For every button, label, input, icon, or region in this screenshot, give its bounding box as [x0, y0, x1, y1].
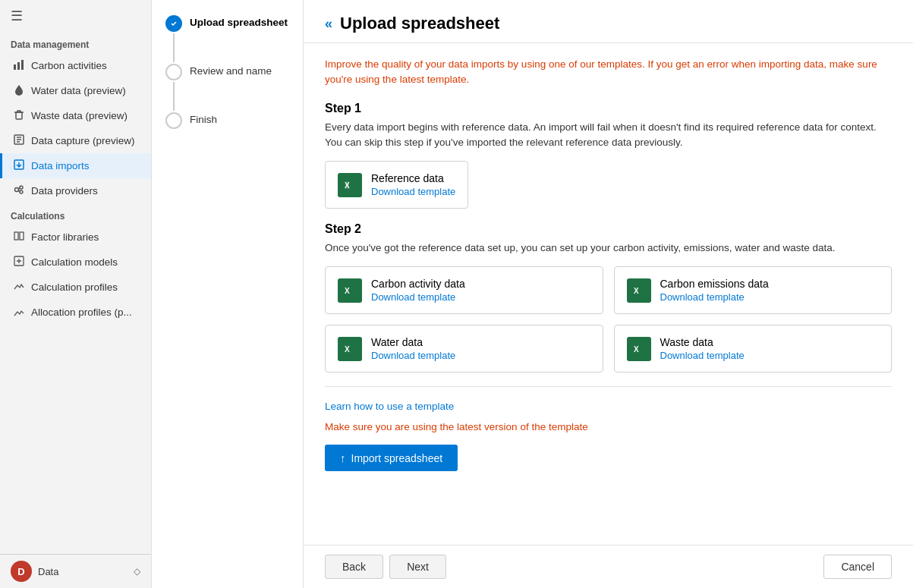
svg-text:X: X [345, 181, 350, 190]
sidebar-bottom-label: Data [38, 566, 58, 577]
step1-section: Step 1 Every data import begins with ref… [325, 102, 892, 209]
cancel-button[interactable]: Cancel [823, 555, 892, 579]
main-header: « Upload spreadsheet [304, 0, 913, 43]
carbon-activity-name: Carbon activity data [371, 278, 465, 290]
sidebar-item-data-capture[interactable]: Data capture (preview) [0, 128, 151, 153]
svg-rect-1 [17, 62, 20, 70]
excel-icon-waste: X [627, 337, 651, 361]
wizard-panel: Upload spreadsheet Review and name Finis… [152, 0, 304, 588]
sidebar-item-carbon-activities-label: Carbon activities [31, 60, 107, 71]
sidebar-item-data-providers[interactable]: Data providers [0, 178, 151, 203]
main-footer: Back Next Cancel [304, 545, 913, 588]
divider [325, 386, 892, 387]
sidebar-item-factor-libraries[interactable]: Factor libraries [0, 225, 151, 250]
reference-data-card-text: Reference data Download template [371, 172, 455, 197]
step1-description: Every data import begins with reference … [325, 120, 892, 151]
carbon-activities-icon [13, 58, 25, 73]
sidebar-item-data-imports-label: Data imports [31, 160, 90, 171]
reference-data-download-link[interactable]: Download template [371, 186, 455, 197]
water-data-icon [13, 83, 25, 98]
step2-cards: X Carbon activity data Download template… [325, 266, 892, 373]
sidebar-bottom-user[interactable]: D Data ◇ [0, 554, 151, 588]
sidebar-item-water-data-label: Water data (preview) [31, 85, 126, 96]
learn-link[interactable]: Learn how to use a template [325, 401, 892, 412]
waste-data-download-link[interactable]: Download template [660, 350, 745, 361]
wizard-circle-review [165, 64, 182, 80]
wizard-line-1 [173, 33, 175, 62]
step2-description: Once you've got the reference data set u… [325, 241, 892, 256]
wizard-step-finish: Finish [165, 112, 289, 129]
sidebar-item-data-providers-label: Data providers [31, 185, 98, 197]
sidebar-item-calculation-models[interactable]: Calculation models [0, 250, 151, 275]
factor-libraries-icon [13, 230, 25, 244]
reference-data-name: Reference data [371, 172, 455, 184]
avatar: D [11, 561, 32, 582]
svg-point-6 [15, 188, 19, 192]
svg-point-7 [20, 186, 23, 189]
water-data-download-link[interactable]: Download template [371, 350, 455, 361]
reference-data-card[interactable]: X Reference data Download template [325, 161, 468, 209]
carbon-emissions-card[interactable]: X Carbon emissions data Download templat… [614, 266, 893, 314]
calculation-models-icon [13, 255, 25, 269]
excel-icon-carbon-activity: X [338, 278, 362, 303]
main-content: « Upload spreadsheet Improve the quality… [304, 0, 913, 588]
version-warning: Make sure you are using the latest versi… [325, 421, 892, 432]
calculations-label: Calculations [0, 203, 151, 225]
svg-rect-2 [21, 60, 24, 70]
sidebar-item-calculation-profiles[interactable]: Calculation profiles [0, 275, 151, 300]
carbon-activity-card[interactable]: X Carbon activity data Download template [325, 266, 603, 314]
svg-text:X: X [345, 287, 350, 295]
carbon-activity-download-link[interactable]: Download template [371, 291, 465, 303]
calculation-profiles-icon [13, 280, 25, 294]
back-button[interactable]: Back [325, 555, 383, 579]
back-arrow-icon[interactable]: « [325, 16, 332, 32]
excel-icon-reference: X [338, 173, 362, 197]
svg-rect-3 [16, 112, 22, 119]
svg-rect-9 [14, 232, 18, 240]
import-spreadsheet-button[interactable]: ↑ Import spreadsheet [325, 445, 458, 471]
svg-point-8 [20, 190, 23, 193]
sidebar-item-allocation-profiles[interactable]: Allocation profiles (p... [0, 300, 151, 325]
carbon-activity-card-text: Carbon activity data Download template [371, 278, 465, 303]
sidebar-item-calculation-profiles-label: Calculation profiles [31, 281, 118, 293]
svg-rect-10 [20, 232, 24, 240]
carbon-emissions-download-link[interactable]: Download template [660, 291, 769, 303]
excel-icon-water: X [338, 337, 362, 361]
svg-text:X: X [634, 287, 639, 295]
water-data-card-text: Water data Download template [371, 336, 455, 361]
data-management-label: Data management [0, 32, 151, 53]
upload-icon: ↑ [340, 451, 346, 464]
data-imports-icon [13, 159, 25, 173]
data-providers-icon [13, 184, 25, 198]
sidebar-item-data-imports[interactable]: Data imports [0, 153, 151, 178]
wizard-circle-upload [165, 15, 182, 32]
sidebar-item-factor-libraries-label: Factor libraries [31, 231, 99, 243]
water-data-card[interactable]: X Water data Download template [325, 325, 603, 373]
sidebar-item-water-data[interactable]: Water data (preview) [0, 78, 151, 103]
main-body: Improve the quality of your data imports… [304, 43, 913, 545]
waste-data-card-text: Waste data Download template [660, 336, 745, 361]
wizard-line-2 [173, 82, 175, 111]
wizard-step-review: Review and name [165, 64, 289, 112]
next-button[interactable]: Next [389, 555, 446, 579]
sidebar-item-waste-data[interactable]: Waste data (preview) [0, 103, 151, 128]
wizard-step-upload-label: Upload spreadsheet [190, 15, 288, 28]
chevron-right-icon: ◇ [134, 566, 140, 577]
sidebar-item-data-capture-label: Data capture (preview) [31, 135, 135, 146]
page-title: Upload spreadsheet [340, 14, 499, 33]
step1-heading: Step 1 [325, 102, 892, 115]
sidebar: ☰ Data management Carbon activities Wate… [0, 0, 152, 588]
wizard-step-review-label: Review and name [190, 64, 272, 77]
carbon-emissions-name: Carbon emissions data [660, 278, 769, 290]
wizard-circle-finish [165, 112, 182, 129]
water-data-name: Water data [371, 336, 455, 348]
waste-data-icon [13, 108, 25, 123]
svg-rect-0 [14, 64, 16, 70]
wizard-step-finish-label: Finish [190, 112, 217, 125]
sidebar-item-carbon-activities[interactable]: Carbon activities [0, 53, 151, 78]
menu-icon[interactable]: ☰ [0, 0, 151, 32]
waste-data-card[interactable]: X Waste data Download template [614, 325, 893, 373]
svg-text:X: X [634, 345, 639, 354]
sidebar-item-waste-data-label: Waste data (preview) [31, 110, 128, 121]
carbon-emissions-card-text: Carbon emissions data Download template [660, 278, 769, 303]
